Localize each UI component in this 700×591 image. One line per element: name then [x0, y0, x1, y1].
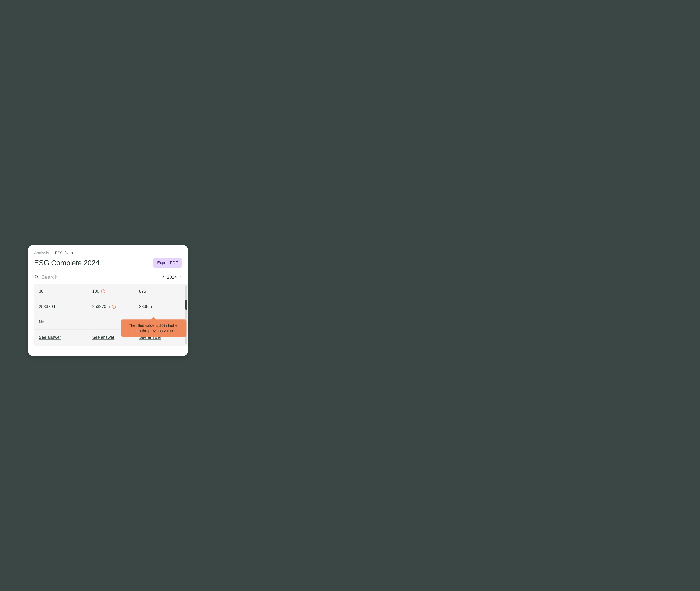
- cell-value: 875: [134, 289, 185, 294]
- search-icon: [34, 274, 39, 280]
- cell-value: 2835 h: [134, 304, 185, 309]
- chevron-right-icon: [51, 252, 53, 254]
- page-title: ESG Complete 2024: [34, 259, 99, 267]
- svg-point-4: [103, 292, 104, 292]
- svg-point-7: [113, 307, 114, 308]
- warning-icon[interactable]: [112, 305, 116, 309]
- breadcrumb: Analysis ESG Data: [28, 251, 188, 255]
- cell-value: 253370 h: [34, 304, 84, 309]
- search-box[interactable]: [34, 274, 107, 280]
- warning-icon[interactable]: [101, 289, 105, 293]
- breadcrumb-root[interactable]: Analysis: [34, 251, 49, 255]
- cell-value: 253370 h: [84, 304, 134, 309]
- warning-tooltip: The filled value is 20% higher than the …: [121, 320, 187, 337]
- year-value: 2024: [167, 275, 177, 280]
- search-input[interactable]: [41, 274, 107, 280]
- see-answer-link[interactable]: See answer: [39, 335, 61, 340]
- table-row: 253370 h 253370 h 2835 h: [34, 299, 188, 314]
- year-next-button[interactable]: [179, 275, 182, 279]
- year-stepper: 2024: [162, 275, 182, 280]
- see-answer-link[interactable]: See answer: [92, 335, 114, 340]
- export-pdf-button[interactable]: Export PDF: [153, 258, 182, 268]
- svg-line-1: [37, 277, 38, 278]
- scrollbar-thumb[interactable]: [185, 300, 187, 310]
- cell-value: 30: [34, 289, 84, 294]
- year-prev-button[interactable]: [162, 275, 165, 279]
- breadcrumb-current: ESG Data: [55, 251, 73, 255]
- cell-value: 100: [84, 289, 134, 294]
- cell-value: No: [34, 320, 84, 324]
- data-grid: 30 100 875 253370 h 253370 h: [34, 284, 188, 346]
- table-row: 30 100 875: [34, 284, 188, 299]
- analysis-card: Analysis ESG Data ESG Complete 2024 Expo…: [28, 245, 188, 356]
